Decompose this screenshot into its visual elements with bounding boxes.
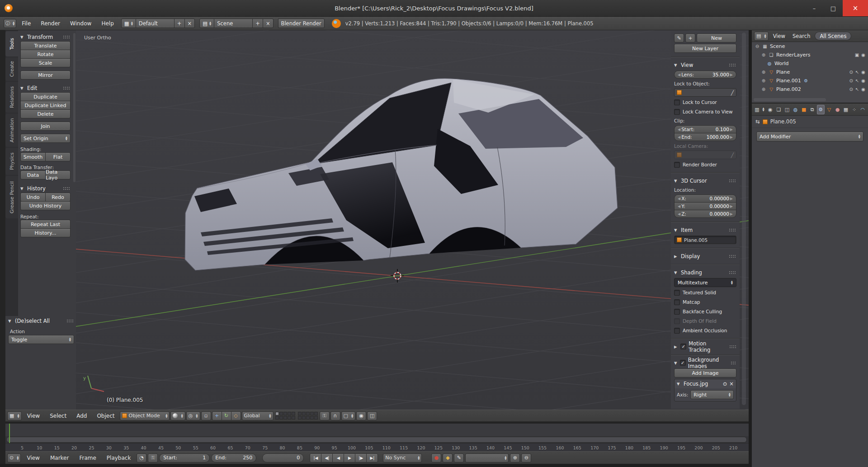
tab-physics[interactable]: Physics: [5, 148, 18, 175]
delete-keyframe-icon[interactable]: ⊖: [521, 453, 531, 462]
render-opengl-anim-icon[interactable]: ◫: [367, 411, 377, 420]
panel-drag-icon[interactable]: [729, 63, 736, 67]
panel-header-item[interactable]: ▼ Item: [674, 226, 736, 234]
visibility-eye-icon[interactable]: ⊙: [723, 381, 727, 387]
jump-to-next-keyframe-button[interactable]: |▶: [355, 453, 367, 462]
renderability-icon[interactable]: ◉: [861, 78, 865, 83]
panel-header-3d-cursor[interactable]: ▼ 3D Cursor: [674, 176, 736, 185]
outliner-row-world[interactable]: ◍ World: [752, 59, 868, 68]
add-image-button[interactable]: Add Image: [674, 368, 736, 377]
mode-dropdown[interactable]: Object Mode ▲▼: [120, 411, 170, 420]
increment-arrow[interactable]: ▶: [729, 212, 734, 216]
translate-button[interactable]: Translate: [20, 41, 71, 50]
close-button[interactable]: ×: [843, 0, 868, 16]
action-dropdown[interactable]: Toggle ▲▼: [8, 335, 74, 344]
panel-header-edit[interactable]: ▼ Edit: [20, 84, 71, 92]
layer-toggle[interactable]: [302, 412, 306, 415]
increment-arrow[interactable]: ▶: [729, 127, 734, 132]
layer-toggle[interactable]: [283, 416, 287, 420]
layer-toggle[interactable]: [288, 416, 291, 420]
add-screen-button[interactable]: +: [174, 19, 185, 28]
screen-layout-name[interactable]: Default: [136, 19, 175, 28]
scale-button[interactable]: Scale: [20, 58, 71, 67]
panel-drag-icon[interactable]: [731, 361, 736, 365]
properties-tab-texture[interactable]: ▦: [842, 105, 850, 114]
lens-slider[interactable]: ◀ Lens: 35.000 ▶: [674, 71, 736, 79]
delete-button[interactable]: Delete: [20, 109, 71, 118]
motion-tracking-checkbox[interactable]: [680, 344, 686, 350]
timeline-scrollbar[interactable]: [6, 437, 747, 443]
sync-dropdown[interactable]: No Sync ▲▼: [383, 453, 422, 462]
decrement-arrow[interactable]: ◀: [677, 197, 681, 201]
panel-header-view[interactable]: ▼ View: [674, 61, 736, 69]
keying-edit-icon[interactable]: ✎: [454, 453, 464, 462]
gp-new-button[interactable]: New: [697, 33, 736, 42]
editor-type-outliner-icon[interactable]: ▤▲▼: [754, 32, 769, 41]
editor-type-3dview-icon[interactable]: ▦▲▼: [7, 411, 22, 420]
render-engine-value[interactable]: Blender Render: [278, 19, 325, 28]
timeline-editor[interactable]: 5101520253035404550556065707580859095100…: [5, 424, 749, 451]
layer-toggle[interactable]: [310, 412, 314, 415]
properties-tab-material[interactable]: ●: [834, 105, 842, 114]
panel-drag-icon[interactable]: [63, 86, 71, 90]
layer-toggle[interactable]: [298, 416, 302, 420]
redo-button[interactable]: Redo: [45, 193, 71, 202]
editor-type-properties-icon[interactable]: ▥▲▼: [753, 105, 766, 114]
layer-toggle[interactable]: [275, 412, 279, 415]
current-frame-indicator[interactable]: [9, 424, 10, 443]
panel-drag-icon[interactable]: [729, 179, 736, 183]
expand-icon[interactable]: ⊕: [761, 70, 766, 75]
editor-type-timeline-icon[interactable]: ⊙▲▼: [7, 453, 21, 462]
layer-toggle[interactable]: [275, 416, 279, 420]
expand-icon[interactable]: ⊕: [761, 78, 766, 83]
textured-solid-checkbox[interactable]: Textured Solid: [674, 288, 736, 297]
panel-header-deselect-all[interactable]: ▼ (De)select All: [8, 316, 74, 325]
layer-toggle[interactable]: [306, 416, 310, 420]
play-button[interactable]: ▶: [344, 453, 355, 462]
cursor-z-field[interactable]: ◀ Z: 0.00000 ▶: [674, 210, 736, 218]
properties-tab-scene[interactable]: ◫: [783, 105, 791, 114]
properties-tab-particles[interactable]: ⁘: [850, 105, 859, 114]
frame-end-field[interactable]: End: 250: [211, 453, 256, 462]
3d-viewport[interactable]: User Ortho y (0) Plane.005 ✎ + New New L…: [76, 30, 749, 410]
background-image-header[interactable]: ▼ Focus.jpg ⊙ ×: [675, 379, 736, 388]
tool-shelf-scrollbar[interactable]: [73, 33, 75, 182]
outliner-menu-search[interactable]: Search: [790, 30, 813, 42]
timeline-menu-playback[interactable]: Playback: [102, 452, 136, 464]
undo-history-button[interactable]: Undo History: [20, 201, 71, 210]
properties-tab-render-layers[interactable]: ❏: [775, 105, 783, 114]
outliner-menu-view[interactable]: View: [770, 30, 788, 42]
viewport-menu-object[interactable]: Object: [92, 410, 119, 421]
viewport-shading-dropdown[interactable]: ▲▼: [170, 411, 185, 420]
menu-render[interactable]: Render: [36, 17, 65, 30]
minimize-button[interactable]: –: [805, 0, 824, 16]
menu-window[interactable]: Window: [66, 17, 96, 30]
increment-arrow[interactable]: ▶: [729, 73, 734, 77]
layer-toggle[interactable]: [302, 416, 306, 420]
layer-toggle[interactable]: [306, 412, 310, 415]
current-frame-field[interactable]: 0: [262, 453, 304, 462]
cursor-y-field[interactable]: ◀ Y: 0.00000 ▶: [674, 202, 736, 210]
tab-grease-pencil[interactable]: Grease Pencil: [5, 176, 18, 218]
renderability-icon[interactable]: ◉: [861, 87, 865, 92]
ambient-occlusion-checkbox[interactable]: Ambient Occlusion: [674, 326, 736, 335]
screen-browse-icon[interactable]: ▦▲▼: [121, 19, 136, 28]
panel-header-background-images[interactable]: ▼ Background Images: [674, 359, 736, 367]
pivot-align-toggle[interactable]: ▫: [201, 411, 211, 420]
viewport-canvas[interactable]: [76, 30, 749, 410]
remove-screen-button[interactable]: ×: [184, 19, 195, 28]
camera-icon[interactable]: ◉: [861, 52, 865, 57]
decrement-arrow[interactable]: ◀: [677, 73, 681, 77]
matcap-checkbox[interactable]: Matcap: [674, 298, 736, 306]
visibility-eye-icon[interactable]: ⊙: [849, 87, 853, 92]
axis-dropdown[interactable]: Right ▲▼: [690, 390, 734, 399]
object-name-field[interactable]: Plane.005: [674, 236, 736, 244]
undo-button[interactable]: Undo: [20, 193, 46, 202]
visibility-eye-icon[interactable]: ⊙: [849, 78, 853, 83]
snap-magnet-icon[interactable]: ∩: [330, 411, 340, 420]
image-icon[interactable]: ▣: [855, 52, 859, 57]
add-datablock-icon[interactable]: +: [685, 33, 695, 42]
insert-keyframe-icon[interactable]: ⊕: [510, 453, 520, 462]
mirror-button[interactable]: Mirror: [20, 71, 71, 80]
shade-smooth-button[interactable]: Smooth: [20, 152, 46, 161]
